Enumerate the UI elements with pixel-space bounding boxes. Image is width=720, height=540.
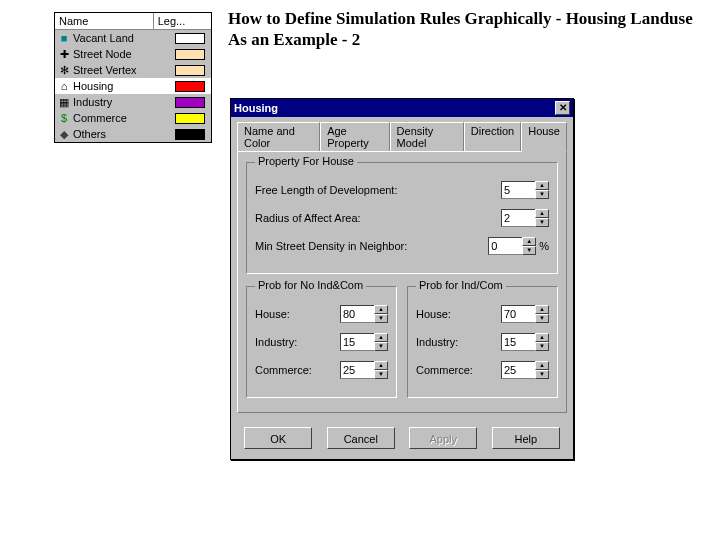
probind-0-spinner[interactable]: ▲▼ [501,305,549,323]
tab-density-model[interactable]: Density Model [390,122,464,151]
field-label: Industry: [255,336,340,348]
spin-down-icon[interactable]: ▼ [535,314,549,323]
field-label: Commerce: [416,364,501,376]
group-property-for-house: Property For House Free Length of Develo… [246,162,558,274]
legend-header: Name Leg... [55,13,211,30]
titlebar[interactable]: Housing ✕ [231,99,573,117]
group-title: Prob for Ind/Com [416,279,506,291]
field-label: Min Street Density in Neighbor: [255,240,488,252]
legend-row[interactable]: ▦Industry [55,94,211,110]
spin-up-icon[interactable]: ▲ [522,237,536,246]
group-prob-indcom: Prob for Ind/Com House:▲▼Industry:▲▼Comm… [407,286,558,398]
spin-down-icon[interactable]: ▼ [535,190,549,199]
spin-up-icon[interactable]: ▲ [535,181,549,190]
legend-type-icon: ⌂ [57,79,71,93]
legend-type-icon: ◆ [57,127,71,141]
property-2-input[interactable] [488,237,522,255]
help-button[interactable]: Help [492,427,560,449]
group-prob-no-indcom: Prob for No Ind&Com House:▲▼Industry:▲▼C… [246,286,397,398]
legend-label: Street Vertex [71,64,175,76]
property-0-input[interactable] [501,181,535,199]
legend-type-icon: $ [57,111,71,125]
probno-2-input[interactable] [340,361,374,379]
spin-down-icon[interactable]: ▼ [535,342,549,351]
spin-up-icon[interactable]: ▲ [374,333,388,342]
field-label: Commerce: [255,364,340,376]
legend-type-icon: ■ [57,31,71,45]
legend-type-icon: ✻ [57,63,71,77]
legend-row[interactable]: ✚Street Node [55,46,211,62]
legend-label: Commerce [71,112,175,124]
probind-1-input[interactable] [501,333,535,351]
field-label: Radius of Affect Area: [255,212,501,224]
spin-down-icon[interactable]: ▼ [535,370,549,379]
legend-swatch [175,33,205,44]
legend-row[interactable]: ■Vacant Land [55,30,211,46]
legend-swatch [175,97,205,108]
apply-button[interactable]: Apply [409,427,477,449]
dialog-buttons: OK Cancel Apply Help [231,419,573,459]
property-row: Min Street Density in Neighbor:▲▼% [255,237,549,255]
probno-row: House:▲▼ [255,305,388,323]
group-title: Prob for No Ind&Com [255,279,366,291]
spin-down-icon[interactable]: ▼ [535,218,549,227]
legend-swatch [175,129,205,140]
legend-type-icon: ▦ [57,95,71,109]
legend-swatch [175,81,205,92]
probind-0-input[interactable] [501,305,535,323]
legend-swatch [175,49,205,60]
spin-up-icon[interactable]: ▲ [374,305,388,314]
property-row: Radius of Affect Area:▲▼ [255,209,549,227]
probno-row: Commerce:▲▼ [255,361,388,379]
property-0-spinner[interactable]: ▲▼ [501,181,549,199]
housing-dialog: Housing ✕ Name and ColorAge PropertyDens… [230,98,574,460]
legend-row[interactable]: ◆Others [55,126,211,142]
spin-down-icon[interactable]: ▼ [522,246,536,255]
property-row: Free Length of Development:▲▼ [255,181,549,199]
spin-up-icon[interactable]: ▲ [374,361,388,370]
probno-2-spinner[interactable]: ▲▼ [340,361,388,379]
tabs: Name and ColorAge PropertyDensity ModelD… [231,117,573,151]
ok-button[interactable]: OK [244,427,312,449]
probno-0-input[interactable] [340,305,374,323]
spin-up-icon[interactable]: ▲ [535,209,549,218]
dialog-title: Housing [234,102,555,114]
legend-col-color[interactable]: Leg... [154,13,211,29]
spin-up-icon[interactable]: ▲ [535,333,549,342]
spin-down-icon[interactable]: ▼ [374,342,388,351]
probno-1-input[interactable] [340,333,374,351]
legend-row[interactable]: $Commerce [55,110,211,126]
probind-1-spinner[interactable]: ▲▼ [501,333,549,351]
spin-down-icon[interactable]: ▼ [374,370,388,379]
spin-down-icon[interactable]: ▼ [374,314,388,323]
spin-up-icon[interactable]: ▲ [535,305,549,314]
probind-2-spinner[interactable]: ▲▼ [501,361,549,379]
property-1-input[interactable] [501,209,535,227]
tab-house[interactable]: House [521,122,567,152]
group-title: Property For House [255,155,357,167]
tab-panel-house: Property For House Free Length of Develo… [237,151,567,413]
property-1-spinner[interactable]: ▲▼ [501,209,549,227]
legend-label: Others [71,128,175,140]
tab-direction[interactable]: Direction [464,122,521,151]
probno-1-spinner[interactable]: ▲▼ [340,333,388,351]
probno-row: Industry:▲▼ [255,333,388,351]
legend-label: Housing [71,80,175,92]
spin-up-icon[interactable]: ▲ [535,361,549,370]
tab-age-property[interactable]: Age Property [320,122,389,151]
close-button[interactable]: ✕ [555,101,570,115]
legend-label: Vacant Land [71,32,175,44]
legend-label: Industry [71,96,175,108]
legend-row[interactable]: ✻Street Vertex [55,62,211,78]
tab-name-and-color[interactable]: Name and Color [237,122,320,151]
probind-row: House:▲▼ [416,305,549,323]
property-2-spinner[interactable]: ▲▼ [488,237,536,255]
legend-col-name[interactable]: Name [55,13,154,29]
field-label: Industry: [416,336,501,348]
probind-2-input[interactable] [501,361,535,379]
legend-row[interactable]: ⌂Housing [55,78,211,94]
probind-row: Industry:▲▼ [416,333,549,351]
page-heading: How to Define Simulation Rules Graphical… [228,8,708,51]
probno-0-spinner[interactable]: ▲▼ [340,305,388,323]
cancel-button[interactable]: Cancel [327,427,395,449]
